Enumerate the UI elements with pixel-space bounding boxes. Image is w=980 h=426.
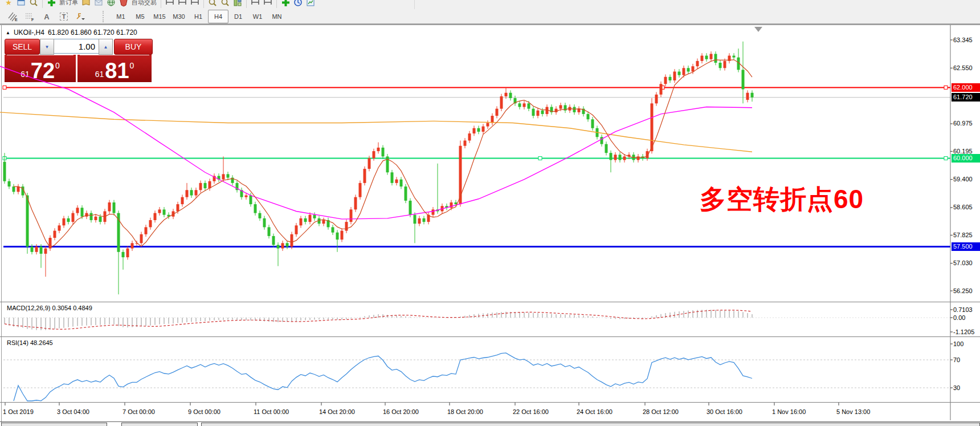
timeframe-h1[interactable]: H1 (189, 10, 208, 23)
line-chart-icon[interactable] (189, 0, 201, 9)
date-label: 30 Oct 16:00 (707, 408, 742, 415)
hline-handle[interactable] (944, 86, 948, 89)
timeframe-m30[interactable]: M30 (169, 10, 189, 23)
candle-body (491, 116, 494, 123)
candle-chart-icon[interactable] (176, 0, 189, 9)
auto-scroll-icon[interactable] (249, 0, 262, 9)
timeframe-mn[interactable]: MN (267, 10, 287, 23)
tile-windows-icon[interactable] (231, 0, 244, 9)
toolbar-edge (414, 0, 415, 9)
price-macd-divider[interactable] (0, 302, 980, 302)
candle-body (350, 209, 353, 222)
date-label: 16 Oct 20:00 (383, 408, 419, 415)
candle-body (482, 127, 485, 132)
macd-label: MACD(12,26,9) 0.3054 0.4849 (7, 305, 92, 311)
new-order-icon[interactable] (45, 0, 58, 9)
candle-body (409, 201, 412, 215)
timeframe-m1[interactable]: M1 (111, 10, 130, 23)
candle-body (669, 77, 672, 80)
text-label-icon[interactable]: T (56, 10, 72, 23)
zoom-in-icon[interactable] (206, 0, 219, 9)
timeframe-w1[interactable]: W1 (248, 10, 267, 23)
candle-body (158, 209, 161, 213)
price-tick-label: 57.030 (953, 259, 973, 267)
candle-body (678, 72, 681, 75)
candle-body (113, 202, 116, 213)
data-window-icon[interactable] (92, 0, 105, 9)
chart-plot[interactable] (0, 25, 980, 426)
date-label: 28 Oct 12:00 (643, 408, 679, 415)
template-icon[interactable] (304, 0, 317, 9)
candle-body (186, 190, 189, 197)
price-tick-label: 58.605 (953, 204, 973, 211)
candle-body (505, 93, 508, 96)
hline-handle[interactable] (538, 156, 542, 160)
candle-body (81, 208, 84, 217)
indicators-icon[interactable] (279, 0, 292, 9)
equidistant-channel-icon[interactable]: E (5, 10, 21, 23)
candle-body (541, 111, 544, 114)
candle-body (259, 213, 262, 218)
candle-body (281, 243, 284, 248)
candle-body (332, 227, 334, 232)
candle-body (359, 183, 362, 197)
candle-body (3, 162, 6, 181)
candle-body (54, 231, 56, 238)
status-tab[interactable] (121, 423, 198, 426)
new-order-label[interactable]: 新订单 (59, 0, 78, 7)
candle-body (99, 217, 102, 222)
zoom-icon[interactable] (27, 0, 40, 9)
period-icon[interactable] (292, 0, 304, 9)
candle-body (705, 56, 708, 59)
toolbar-separator (276, 0, 277, 8)
candle-body (724, 61, 726, 68)
autotrading-label[interactable]: 自动交易 (132, 0, 157, 7)
favorites-star-icon[interactable]: ★ (2, 0, 15, 9)
candle-body (373, 151, 375, 158)
rsi-scale-label: 100 (953, 340, 963, 348)
timeframe-d1[interactable]: D1 (228, 10, 248, 23)
timeframe-m15[interactable]: M15 (150, 10, 169, 23)
rsi-name: RSI(14) (7, 339, 28, 346)
bar-chart-icon[interactable] (164, 0, 176, 9)
candle-body (623, 156, 626, 160)
timeframe-h4[interactable]: H4 (208, 10, 228, 23)
candle-body (8, 181, 11, 186)
macd-rsi-divider[interactable] (0, 336, 980, 337)
candle-body (163, 209, 166, 214)
chart-text-annotation: 多空转折点60 (700, 186, 864, 212)
candle-body (473, 128, 476, 133)
candle-body (751, 93, 754, 98)
candle-body (245, 196, 248, 197)
candle-body (555, 109, 558, 112)
terminal-icon[interactable] (117, 0, 130, 9)
candle-body (391, 172, 394, 183)
candle-body (145, 227, 148, 234)
hline-handle[interactable] (944, 156, 948, 160)
arrows-icon[interactable] (73, 10, 89, 23)
zoom-out-icon[interactable] (219, 0, 231, 9)
fibonacci-icon[interactable]: F (22, 10, 38, 23)
candle-body (227, 174, 230, 177)
candle-body (683, 68, 685, 75)
date-label: 9 Oct 00:00 (188, 408, 220, 415)
chart-shift-icon[interactable] (262, 0, 274, 9)
candle-body (126, 249, 129, 258)
new-chart-icon[interactable] (15, 0, 27, 9)
market-watch-icon[interactable] (80, 0, 92, 9)
candle-body (108, 202, 111, 212)
macd-scale-label: 0.7103 (953, 306, 973, 314)
timeframe-m5[interactable]: M5 (130, 10, 150, 23)
status-tab[interactable] (1, 423, 107, 426)
hline-handle[interactable] (3, 86, 6, 89)
toolbar-drag-handle[interactable] (103, 11, 107, 22)
candle-body (500, 96, 503, 109)
text-icon[interactable]: A (39, 10, 55, 23)
svg-text:E: E (15, 18, 18, 22)
candle-body (272, 236, 275, 245)
navigator-icon[interactable] (105, 0, 117, 9)
candle-body (614, 155, 617, 160)
candle-body (692, 66, 695, 71)
candle-body (291, 234, 293, 247)
candle-body (601, 137, 603, 144)
